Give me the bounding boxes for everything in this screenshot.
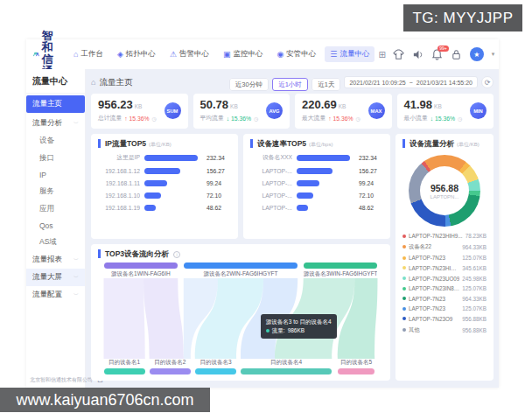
nav-item-流量中心[interactable]: ☰流量中心	[325, 46, 374, 62]
sidebar-item-label: Qos	[39, 221, 53, 230]
kpi-unit: KB	[135, 103, 143, 109]
kpi-delta: ↑ 15.36%	[124, 116, 149, 122]
refresh-button[interactable]: ⟳	[481, 76, 494, 88]
target-node-目的设备名1[interactable]	[104, 368, 145, 374]
bar-fill[interactable]	[297, 205, 308, 211]
range-button-近1小时[interactable]: 近1小时	[272, 78, 308, 91]
legend-value: 125.07KB	[462, 255, 486, 261]
theme-shirt-icon[interactable]	[393, 49, 404, 60]
legend-value: 125.07KB	[462, 285, 486, 291]
tooltip-dot	[266, 329, 270, 332]
sidebar-item-接口[interactable]: 接口	[26, 150, 85, 167]
page-toolbar: ⌂ 流量主页 近30分钟 近1小时 近1天 2021/02/21 10:09:2…	[91, 74, 494, 91]
donut-chart[interactable]: 956.88 LAPTOPN...	[409, 155, 480, 227]
dashboard-window: 智和信通 ⌂工作台◈拓扑中心⚠告警中心▣监控中心◉安管中心☰流量中心⊞ 99+ …	[26, 39, 499, 388]
legend-dot	[402, 256, 406, 260]
source-node-源设备名1WIN-FAG6IH[interactable]	[104, 262, 178, 269]
lock-icon[interactable]	[451, 49, 462, 60]
target-node-label: 目的设备名4	[241, 359, 332, 367]
legend-item[interactable]: LAPTOP-7N23O9956.88KB	[402, 316, 486, 322]
legend-item[interactable]: LAPTOP-7N23964.33KB	[402, 296, 486, 302]
bar-value: 72.10	[206, 192, 231, 199]
notification-bell-icon[interactable]: 99+	[431, 49, 443, 60]
bar-value: 156.27	[359, 168, 383, 174]
bar-fill[interactable]	[297, 180, 319, 186]
nav-item-工作台[interactable]: ⌂工作台	[68, 46, 108, 62]
nav-item-告警中心[interactable]: ⚠告警中心	[164, 46, 214, 62]
device-rate-top5-card: 设备速率TOP5 (单位/bps) 设备名XXX232.34LAPTOP-...…	[243, 134, 390, 239]
legend-value: 78.23KB	[466, 233, 486, 239]
source-node-label: 源设备名3WIN-FAG6IHGYFT	[304, 270, 378, 278]
legend-name: LAPTOP-7N23IN89...	[409, 285, 459, 291]
site-watermark: www.kaiyuan6706cn.com	[0, 388, 210, 412]
legend-item[interactable]: LAPTOP-7N23HIH9...78.23KB	[402, 233, 486, 239]
target-node-目的设备名2[interactable]	[150, 368, 191, 374]
legend-item[interactable]: LAPTOP-7N23UO09245.98KB	[402, 276, 486, 282]
bar-label: 这里是IP	[98, 153, 140, 162]
sidebar-item-应用[interactable]: 应用	[26, 200, 85, 218]
legend-item[interactable]: 其他956.88KB	[402, 326, 486, 334]
legend-item[interactable]: LAPTOP-7N23125.07KB	[402, 255, 486, 261]
bar-fill[interactable]	[144, 168, 180, 174]
bar-row: 设备名XXX232.34	[250, 153, 383, 162]
sankey-chart[interactable]: 源设备名1WIN-FAG6IH源设备名2WIN-FAG6IHGYFT源设备名3W…	[98, 262, 383, 374]
target-node-目的设备名5[interactable]	[338, 368, 374, 374]
legend-name: LAPTOP-7N23HIH9...	[409, 233, 463, 239]
bar-fill[interactable]	[144, 205, 156, 211]
target-node-目的设备名3[interactable]	[195, 368, 236, 374]
source-node-源设备名2WIN-FAG6IHGYFT[interactable]	[184, 262, 298, 269]
bar-row: 192.168.1.1948.62	[98, 205, 231, 211]
sidebar-item-label: IP	[39, 171, 46, 179]
info-icon[interactable]: i	[173, 251, 180, 258]
legend-item[interactable]: 设备名22964.33KB	[402, 243, 486, 251]
sidebar-item-label: 应用	[39, 204, 54, 214]
sidebar-item-服务[interactable]: 服务	[26, 183, 85, 200]
range-button-近30分钟[interactable]: 近30分钟	[229, 78, 269, 91]
sidebar-item-流量大屏[interactable]: 流量大屏﹀	[26, 269, 85, 286]
range-button-近1天[interactable]: 近1天	[312, 78, 340, 91]
sidebar-item-流量报表[interactable]: 流量报表﹀	[26, 251, 85, 269]
topology-icon: ◈	[117, 50, 123, 59]
sidebar-item-IP[interactable]: IP	[26, 167, 85, 183]
sound-icon[interactable]	[412, 49, 424, 60]
legend-name: LAPTOP-7N23O9	[409, 316, 459, 322]
sidebar-item-流量分析[interactable]: 流量分析﹀	[26, 115, 85, 132]
date-range-picker[interactable]: 2021/02/21 10:09:25 ~ 2021/03/21 14:55:2…	[344, 76, 478, 88]
bar-row: 192.168.1.1072.10	[98, 192, 231, 199]
apps-grid-icon[interactable]: ⊞	[378, 50, 385, 60]
kpi-label: 最小流量	[404, 114, 428, 122]
target-node-目的设备名4[interactable]	[241, 368, 332, 374]
source-node-label: 源设备名1WIN-FAG6IH	[104, 270, 178, 278]
sidebar-item-流量主页[interactable]: 流量主页	[26, 95, 85, 113]
legend-item[interactable]: LAPTOP-7N23IN89...125.07KB	[402, 285, 486, 291]
device-rate-top5-title: 设备速率TOP5 (单位/bps)	[250, 139, 383, 148]
legend-dot	[402, 266, 406, 270]
legend-item[interactable]: LAPTOP-7N23HIH8...345.61KB	[402, 265, 486, 271]
bar-fill[interactable]	[297, 168, 332, 174]
bar-fill[interactable]	[144, 180, 167, 186]
sidebar-item-label: 接口	[39, 153, 54, 164]
nav-item-安管中心[interactable]: ◉安管中心	[271, 46, 321, 62]
target-node-label: 目的设备名3	[195, 359, 236, 367]
bar-fill[interactable]	[297, 155, 350, 161]
source-node-label: 源设备名2WIN-FAG6IHGYFT	[184, 270, 298, 278]
sidebar-item-设备[interactable]: 设备	[26, 132, 85, 150]
nav-item-拓扑中心[interactable]: ◈拓扑中心	[112, 46, 161, 62]
nav-item-监控中心[interactable]: ▣监控中心	[218, 46, 269, 62]
sidebar-item-Qos[interactable]: Qos	[26, 218, 85, 234]
bar-track	[297, 155, 354, 161]
source-node-源设备名3WIN-FAG6IHGYFT[interactable]	[304, 262, 378, 269]
legend-dot	[402, 276, 406, 280]
user-menu-caret-icon[interactable]: ▾	[492, 51, 495, 58]
bar-fill[interactable]	[297, 192, 313, 199]
legend-item[interactable]: LAPTOP-7N23125.07KB	[402, 305, 486, 312]
tg-watermark-badge: TG: MYYJJPP	[403, 4, 522, 32]
device-traffic-analysis-title: 设备流量分析 (单位/KB)	[402, 139, 486, 148]
sidebar-item-流量配置[interactable]: 流量配置﹀	[26, 286, 85, 304]
bar-fill[interactable]	[144, 192, 161, 199]
sidebar-item-AS域[interactable]: AS域	[26, 234, 85, 251]
legend-name: LAPTOP-7N23	[409, 305, 459, 312]
bar-value: 99.24	[206, 180, 231, 186]
bar-fill[interactable]	[144, 155, 198, 161]
user-avatar[interactable]: ★	[470, 47, 484, 61]
